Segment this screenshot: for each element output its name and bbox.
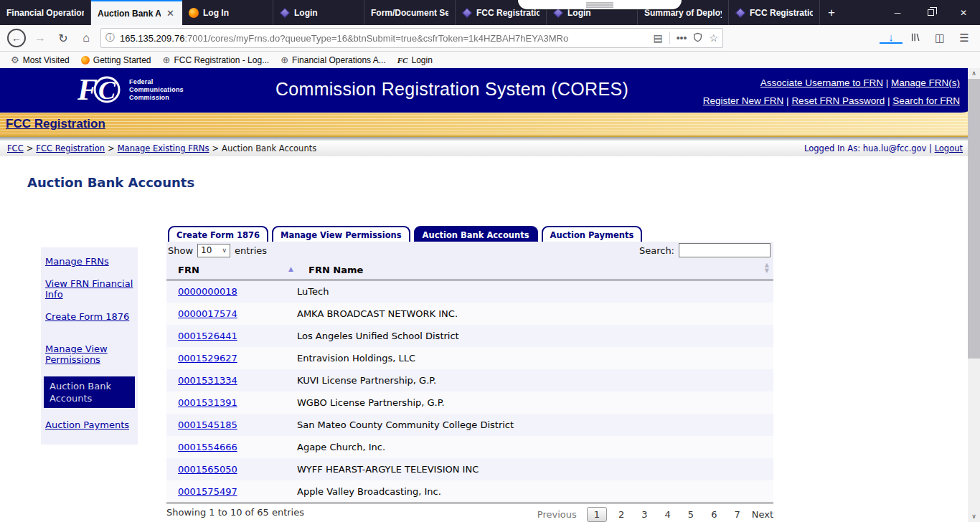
minimize-button[interactable]: ─ — [881, 0, 914, 25]
forward-button[interactable]: → — [29, 32, 52, 44]
frn-link[interactable]: 0001529627 — [178, 353, 237, 364]
page-actions-icon[interactable]: ••• — [677, 32, 687, 44]
breadcrumb-separator: > — [108, 143, 115, 153]
page-button[interactable]: 3 — [633, 508, 656, 521]
browser-tab-financial-operations[interactable]: Financial Operations — [0, 0, 91, 25]
fcc-registration-link[interactable]: FCC Registration — [6, 117, 105, 130]
page-button[interactable]: 5 — [679, 508, 702, 521]
browser-tab-log-in[interactable]: Log In — [182, 0, 273, 25]
page-size-select[interactable]: 10 ∨ — [197, 244, 230, 257]
frn-link[interactable]: 0001545185 — [178, 419, 237, 430]
sidebar-item-view-frn-financial-info[interactable]: View FRN Financial Info — [45, 278, 133, 300]
bookmark-star-icon[interactable]: ☆ — [709, 32, 718, 44]
diamond-favicon — [280, 7, 290, 17]
page-button-current[interactable]: 1 — [587, 507, 607, 522]
agency-name: Federal Communications Commission — [129, 78, 184, 102]
bookmark-label: Login — [411, 55, 432, 65]
browser-tab-form-document[interactable]: Form/Document Se — [364, 0, 456, 25]
bookmark-fcc-registration[interactable]: ⊕ FCC Registration - Log... — [158, 54, 275, 65]
column-header-frn-name[interactable]: FRN Name — [308, 265, 363, 275]
back-button[interactable]: ← — [7, 29, 26, 47]
url-path-text: :7001/cores/myFrns.do?queueType=16&btnSu… — [184, 33, 646, 44]
save-to-pocket-icon[interactable] — [693, 32, 702, 44]
bookmark-login[interactable]: FC Login — [392, 55, 438, 65]
sidebar-item-manage-view-permissions[interactable]: Manage View Permissions — [45, 343, 133, 365]
url-host-text: 165.135.209.76 — [120, 33, 184, 44]
downloads-button[interactable]: ↓ — [880, 32, 903, 44]
frn-name-cell: Apple Valley Broadcasting, Inc. — [297, 486, 441, 497]
sidebars-button[interactable]: ◫ — [928, 32, 951, 44]
new-tab-button[interactable]: + — [820, 0, 843, 25]
browser-tab-login-1[interactable]: Login — [273, 0, 364, 25]
breadcrumb-separator: > — [27, 143, 34, 153]
page-scrollbar[interactable]: ∧ ∨ — [968, 68, 980, 522]
reset-frn-password-link[interactable]: Reset FRN Password — [791, 95, 885, 106]
sidebar-item-manage-frns[interactable]: Manage FRNs — [45, 256, 133, 267]
page-button[interactable]: 6 — [702, 508, 725, 521]
reader-mode-icon[interactable]: ▤ — [653, 32, 662, 44]
shield-icon — [693, 32, 702, 42]
url-bar[interactable]: ⓘ 165.135.209.76 :7001/cores/myFrns.do?q… — [100, 28, 723, 48]
bookmark-most-visited[interactable]: ⚙ Most Visited — [6, 54, 75, 65]
breadcrumb-fcc[interactable]: FCC — [7, 143, 24, 153]
frn-link[interactable]: 0000017574 — [178, 308, 237, 319]
tab-create-form-1876[interactable]: Create Form 1876 — [168, 226, 268, 242]
sort-ascending-icon: ▲ — [288, 265, 293, 272]
page-button[interactable]: 2 — [610, 508, 633, 521]
frn-link[interactable]: 0001526441 — [178, 331, 237, 341]
bookmarks-bar: ⚙ Most Visited Getting Started ⊕ FCC Reg… — [0, 52, 980, 68]
frn-link[interactable]: 0001531334 — [178, 375, 237, 386]
page-button[interactable]: 4 — [656, 508, 679, 521]
menu-button[interactable]: ☰ — [953, 32, 976, 44]
site-info-icon[interactable]: ⓘ — [105, 32, 115, 44]
sidebar-item-auction-payments[interactable]: Auction Payments — [45, 419, 133, 430]
frn-link[interactable]: 0001531391 — [178, 397, 237, 408]
page-button[interactable]: 7 — [725, 508, 748, 521]
breadcrumb-manage-existing-frns[interactable]: Manage Existing FRNs — [118, 143, 209, 153]
tab-auction-payments[interactable]: Auction Payments — [542, 226, 643, 242]
next-page-button[interactable]: Next — [752, 509, 773, 520]
register-new-frn-link[interactable]: Register New FRN — [703, 95, 784, 106]
restore-button[interactable] — [914, 0, 947, 25]
page-content: Auction Bank Accounts Manage FRNs View F… — [0, 156, 980, 522]
tab-manage-view-permissions[interactable]: Manage View Permissions — [272, 226, 410, 242]
tab-close-icon[interactable]: ✕ — [165, 8, 176, 19]
breadcrumb-fcc-registration[interactable]: FCC Registration — [36, 143, 105, 153]
link-separator: | — [786, 95, 789, 106]
diamond-favicon — [735, 7, 745, 17]
search-input[interactable] — [679, 243, 771, 257]
sidebar-item-auction-bank-accounts-active[interactable]: Auction Bank Accounts — [44, 376, 135, 408]
scrollbar-down-arrow[interactable]: ∨ — [968, 511, 980, 522]
sort-both-icon[interactable]: ▲ ▼ — [765, 262, 769, 274]
manage-frns-link[interactable]: Manage FRN(s) — [891, 77, 960, 88]
reload-button[interactable]: ↻ — [52, 32, 75, 45]
bookmark-label: FCC Registration - Log... — [174, 55, 269, 65]
frn-link[interactable]: 0001565050 — [178, 464, 237, 475]
bookmark-financial-operations[interactable]: ⊕ Financial Operations A... — [275, 54, 391, 65]
frn-link[interactable]: 0000000018 — [178, 286, 237, 297]
previous-page-button[interactable]: Previous — [537, 509, 577, 520]
sidebar-item-create-form-1876[interactable]: Create Form 1876 — [45, 311, 133, 322]
column-header-frn[interactable]: FRN — [178, 265, 199, 275]
frn-link[interactable]: 0001554666 — [178, 442, 237, 452]
entries-label: entries — [235, 245, 267, 256]
tab-auction-bank-accounts-active[interactable]: Auction Bank Accounts — [414, 226, 538, 242]
scrollbar-thumb[interactable] — [968, 79, 980, 359]
associate-username-link[interactable]: Associate Username to FRN — [760, 77, 883, 88]
frn-link[interactable]: 0001575497 — [178, 486, 237, 497]
home-button[interactable]: ⌂ — [75, 32, 98, 44]
link-separator: | — [886, 77, 889, 88]
browser-tab-fcc-registration-2[interactable]: FCC Registration — [729, 0, 820, 25]
scrollbar-up-arrow[interactable]: ∧ — [968, 68, 980, 79]
frn-cell: 0001529627 — [166, 353, 297, 364]
browser-tab-auction-bank-active[interactable]: Auction Bank Ac ✕ — [91, 0, 182, 25]
logout-link[interactable]: Logout — [935, 143, 963, 153]
table-row: 0001575497 Apple Valley Broadcasting, In… — [166, 480, 773, 503]
close-window-button[interactable]: ✕ — [947, 0, 980, 25]
frn-cell: 0000017574 — [166, 308, 297, 319]
table-controls: Show 10 ∨ entries Search: — [166, 242, 773, 259]
search-for-frn-link[interactable]: Search for FRN — [892, 95, 960, 106]
library-button[interactable] — [904, 32, 927, 44]
sidebar-menu: Manage FRNs View FRN Financial Info Crea… — [41, 247, 138, 445]
bookmark-getting-started[interactable]: Getting Started — [76, 55, 156, 65]
